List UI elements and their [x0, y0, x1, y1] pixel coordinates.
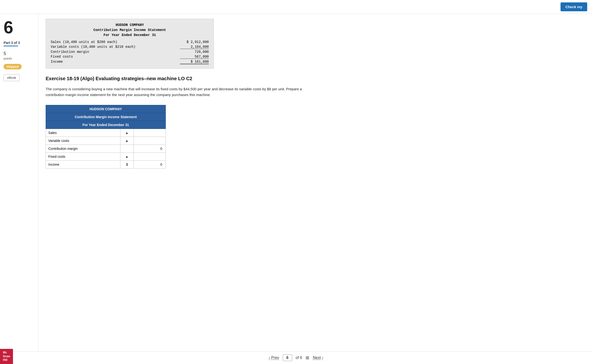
prev-cm-amount: 728,000 [180, 50, 209, 54]
content-area: HUDSON COMPANY Contribution Margin Incom… [39, 14, 592, 364]
exercise-description: The company is considering buying a new … [46, 86, 310, 98]
next-chevron-icon: › [322, 356, 323, 360]
points-number: 5 [4, 51, 35, 56]
question-number: 6 [4, 19, 35, 36]
cm-input[interactable] [136, 146, 163, 151]
prev-stmt-header: HUDSON COMPANY Contribution Margin Incom… [51, 23, 209, 38]
prev-varcosts-label: Variable costs (10,400 units at $210 eac… [51, 45, 180, 49]
sales-arrow: ▶ [120, 129, 134, 137]
prev-sales-label: Sales (10,400 units at $280 each) [51, 40, 180, 44]
prev-button[interactable]: ‹ Prev [269, 356, 279, 360]
grid-icon[interactable]: ⊞ [306, 355, 309, 360]
sidebar: 6 Part 3 of 3 5 points Skipped eBook [0, 14, 39, 364]
sales-input[interactable] [136, 130, 163, 135]
prev-row-varcosts: Variable costs (10,400 units at $210 eac… [51, 45, 209, 49]
varcosts-input[interactable] [136, 138, 163, 143]
new-stmt-title: Contribution Margin Income Statement [46, 113, 166, 121]
prev-title: Contribution Margin Income Statement [51, 28, 209, 33]
new-stmt-subtitle: For Year Ended December 31 [46, 121, 166, 129]
varcosts-arrow: ▶ [120, 137, 134, 145]
varcosts-label: Variable costs [46, 137, 120, 145]
income-prefix: $ [120, 161, 134, 169]
mcgrawhill-logo: Mc Graw Hill [0, 349, 13, 364]
next-label: Next [313, 356, 321, 360]
part-underline [4, 46, 18, 46]
prev-subtitle: For Year Ended December 31 [51, 33, 209, 38]
varcosts-input-cell[interactable] [134, 137, 165, 145]
fixedcosts-input[interactable] [136, 154, 163, 159]
logo-line2: Graw [3, 355, 10, 358]
part-label: Part 3 of 3 [4, 41, 35, 45]
prev-income-label: Income [51, 60, 180, 64]
income-value-cell[interactable] [134, 161, 165, 169]
fixedcosts-label: Fixed costs [46, 153, 120, 161]
sales-label: Sales [46, 129, 120, 137]
prev-row-sales: Sales (10,400 units at $280 each) $ 2,91… [51, 40, 209, 45]
prev-row-cm: Contribution margin 728,000 [51, 49, 209, 54]
prev-company: HUDSON COMPANY [51, 23, 209, 28]
income-input[interactable] [136, 162, 163, 167]
varcosts-arrow-icon: ▶ [126, 139, 128, 142]
bottom-nav: ‹ Prev 6 of 6 ⊞ Next › [0, 351, 592, 364]
current-page-box[interactable]: 6 [283, 354, 292, 361]
prev-varcosts-amount: 2,184,000 [180, 45, 209, 49]
cm-value-cell[interactable] [134, 145, 165, 153]
ebook-button[interactable]: eBook [4, 74, 20, 81]
main-layout: 6 Part 3 of 3 5 points Skipped eBook HUD… [0, 14, 592, 364]
prev-income-amount: $ 161,000 [180, 60, 209, 64]
of-label: of 6 [296, 356, 302, 360]
points-text: points [4, 57, 35, 60]
sales-arrow-icon: ▶ [126, 132, 128, 135]
fixedcosts-arrow-icon: ▶ [126, 155, 128, 158]
table-row: Fixed costs ▶ [46, 153, 166, 161]
prev-fixedcosts-label: Fixed costs [51, 55, 180, 59]
cm-prefix [120, 145, 134, 153]
new-stmt-company: HUDSON COMPANY [46, 105, 166, 113]
table-row: Variable costs ▶ [46, 137, 166, 145]
table-header-row-2: Contribution Margin Income Statement [46, 113, 166, 121]
exercise-title: Exercise 18-19 (Algo) Evaluating strateg… [46, 76, 585, 81]
table-row: Sales ▶ [46, 129, 166, 137]
table-row: Income $ [46, 161, 166, 169]
prev-sales-amount: $ 2,912,000 [180, 40, 209, 44]
prev-label: Prev [271, 356, 279, 360]
prev-row-income: Income $ 161,000 [51, 59, 209, 65]
income-label: Income [46, 161, 120, 169]
cm-label: Contribution margin [46, 145, 120, 153]
next-button[interactable]: Next › [313, 356, 323, 360]
new-statement-table: HUDSON COMPANY Contribution Margin Incom… [46, 105, 166, 169]
table-header-row-3: For Year Ended December 31 [46, 121, 166, 129]
table-header-row-1: HUDSON COMPANY [46, 105, 166, 113]
fixedcosts-input-cell[interactable] [134, 153, 165, 161]
prev-cm-label: Contribution margin [51, 50, 180, 54]
check-my-button[interactable]: Check my [560, 2, 587, 11]
prev-chevron-icon: ‹ [269, 356, 270, 360]
prev-statement: HUDSON COMPANY Contribution Margin Incom… [46, 19, 214, 69]
top-bar: Check my [0, 0, 592, 14]
prev-fixedcosts-amount: 567,000 [180, 55, 209, 59]
sales-input-cell[interactable] [134, 129, 165, 137]
prev-row-fixedcosts: Fixed costs 567,000 [51, 54, 209, 59]
table-row: Contribution margin [46, 145, 166, 153]
logo-line1: Mc [3, 351, 10, 355]
fixedcosts-arrow: ▶ [120, 153, 134, 161]
logo-line3: Hill [3, 358, 10, 362]
skipped-badge: Skipped [4, 64, 22, 69]
